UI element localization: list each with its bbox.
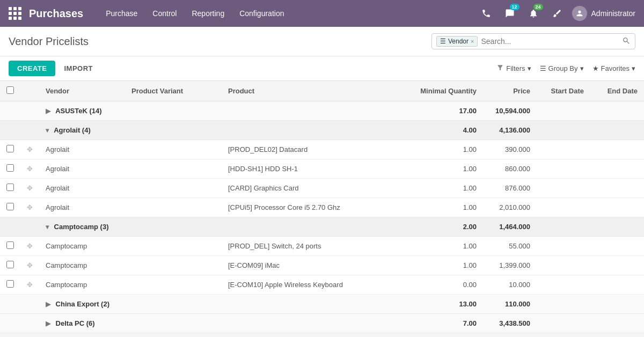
row-drag[interactable]: ✥ [20, 256, 39, 275]
search-icon[interactable] [622, 36, 631, 47]
row-start-date [537, 198, 590, 217]
table-row[interactable]: ✥ Agrolait [HDD-SH1] HDD SH-1 1.00 860.0… [0, 159, 644, 179]
group-expand-icon-delta-pc[interactable]: ▶ [46, 320, 50, 327]
group-label-delta-pc[interactable]: ▶ Delta PC (6) [39, 314, 408, 333]
row-checkbox[interactable] [0, 140, 20, 159]
row-drag[interactable]: ✥ [20, 179, 39, 198]
row-drag[interactable]: ✥ [20, 275, 39, 295]
row-checkbox[interactable] [0, 159, 20, 179]
filter-list-icon: ☰ [440, 38, 446, 45]
table-row[interactable]: ✥ Agrolait [PROD_DEL02] Datacard 1.00 39… [0, 140, 644, 159]
row-select-checkbox[interactable] [6, 261, 14, 268]
table-row[interactable]: ✥ Agrolait [CPUi5] Processor Core i5 2.7… [0, 198, 644, 217]
row-select-checkbox[interactable] [6, 241, 14, 249]
table-row[interactable]: ✥ Agrolait [CARD] Graphics Card 1.00 876… [0, 179, 644, 198]
group-expand-icon-asustek[interactable]: ▶ [46, 107, 50, 115]
row-checkbox[interactable] [0, 198, 20, 217]
group-expand-icon-china-export[interactable]: ▶ [46, 301, 50, 308]
group-label-camptocamp[interactable]: ▾ Camptocamp (3) [39, 217, 408, 237]
row-product: [PROD_DEL02] Datacard [222, 140, 408, 159]
group-expand-icon-camptocamp[interactable]: ▾ [46, 223, 49, 231]
row-end-date [590, 237, 644, 256]
filters-label: Filters [506, 64, 525, 72]
apps-icon[interactable] [9, 7, 21, 20]
group-minqty-agrolait: 4.00 [408, 121, 483, 140]
table-row[interactable]: ✥ Camptocamp [E-COM10] Apple Wireless Ke… [0, 275, 644, 295]
filters-button[interactable]: Filters ▾ [496, 64, 531, 73]
row-select-checkbox[interactable] [6, 203, 14, 210]
user-label: Administrator [591, 9, 635, 18]
row-product: [E-COM10] Apple Wireless Keyboard [222, 275, 408, 295]
group-startdate-china-export [537, 295, 590, 314]
row-checkbox[interactable] [0, 237, 20, 256]
group-expand-icon-agrolait[interactable]: ▾ [46, 127, 49, 134]
nav-configuration[interactable]: Configuration [233, 6, 290, 21]
header-minimal-quantity: Minimal Quantity [408, 81, 483, 101]
search-bar[interactable]: ☰ Vendor × [431, 33, 635, 49]
row-drag[interactable]: ✥ [20, 140, 39, 159]
favorites-button[interactable]: ★ Favorites ▾ [592, 64, 635, 72]
group-label-asustek[interactable]: ▶ ASUSTeK (14) [39, 101, 408, 121]
row-vendor: Agrolait [39, 159, 125, 179]
row-checkbox[interactable] [0, 179, 20, 198]
row-product-variant [125, 256, 222, 275]
group-check-agrolait [0, 121, 20, 140]
row-start-date [537, 140, 590, 159]
group-row-delta-pc[interactable]: ▶ Delta PC (6) 7.00 3,438.500 [0, 314, 644, 333]
header-price: Price [483, 81, 537, 101]
search-tag-close[interactable]: × [471, 38, 474, 45]
favorites-label: Favorites [601, 64, 630, 72]
row-select-checkbox[interactable] [6, 145, 14, 152]
nav-reporting[interactable]: Reporting [185, 6, 231, 21]
row-start-date [537, 256, 590, 275]
group-row-agrolait[interactable]: ▾ Agrolait (4) 4.00 4,136.000 [0, 121, 644, 140]
group-startdate-camptocamp [537, 217, 590, 237]
row-start-date [537, 159, 590, 179]
activity-badge: 24 [533, 4, 543, 10]
nav-control[interactable]: Control [146, 6, 183, 21]
group-row-china-export[interactable]: ▶ China Export (2) 13.00 110.000 [0, 295, 644, 314]
row-end-date [590, 179, 644, 198]
group-drag-delta-pc [20, 314, 39, 333]
group-row-camptocamp[interactable]: ▾ Camptocamp (3) 2.00 1,464.000 [0, 217, 644, 237]
create-button[interactable]: CREATE [9, 61, 55, 76]
group-label-china-export[interactable]: ▶ China Export (2) [39, 295, 408, 314]
chat-badge: 12 [510, 4, 519, 10]
filter-icon [496, 64, 504, 73]
group-minqty-asustek: 17.00 [408, 101, 483, 121]
row-drag[interactable]: ✥ [20, 198, 39, 217]
header-end-date: End Date [590, 81, 644, 101]
row-product-variant [125, 159, 222, 179]
group-enddate-delta-pc [590, 314, 644, 333]
row-checkbox[interactable] [0, 275, 20, 295]
table-row[interactable]: ✥ Camptocamp [PROD_DEL] Switch, 24 ports… [0, 237, 644, 256]
row-product-variant [125, 275, 222, 295]
chat-icon[interactable]: 12 [501, 5, 518, 22]
import-button[interactable]: IMPORT [60, 61, 97, 76]
group-label-agrolait[interactable]: ▾ Agrolait (4) [39, 121, 408, 140]
row-select-checkbox[interactable] [6, 280, 14, 288]
row-minimal-quantity: 1.00 [408, 159, 483, 179]
groupby-button[interactable]: ☰ Group By ▾ [540, 64, 584, 72]
app-title[interactable]: Purchases [29, 8, 83, 20]
phone-icon[interactable] [478, 5, 495, 22]
user-menu[interactable]: Administrator [572, 6, 635, 21]
row-price: 10.000 [483, 275, 537, 295]
filters-chevron: ▾ [528, 64, 531, 72]
group-drag-china-export [20, 295, 39, 314]
search-input[interactable] [481, 37, 622, 46]
row-checkbox[interactable] [0, 256, 20, 275]
top-menu: Purchase Control Reporting Configuration [99, 6, 477, 21]
row-select-checkbox[interactable] [6, 164, 14, 172]
search-tag-vendor[interactable]: ☰ Vendor × [436, 36, 478, 47]
group-check-china-export [0, 295, 20, 314]
nav-purchase[interactable]: Purchase [99, 6, 144, 21]
table-row[interactable]: ✥ Camptocamp [E-COM09] iMac 1.00 1,399.0… [0, 256, 644, 275]
activity-icon[interactable]: 24 [525, 5, 542, 22]
group-row-asustek[interactable]: ▶ ASUSTeK (14) 17.00 10,594.000 [0, 101, 644, 121]
settings-icon[interactable] [548, 5, 566, 22]
row-drag[interactable]: ✥ [20, 237, 39, 256]
select-all-checkbox[interactable] [6, 86, 14, 94]
row-select-checkbox[interactable] [6, 184, 14, 191]
row-drag[interactable]: ✥ [20, 159, 39, 179]
